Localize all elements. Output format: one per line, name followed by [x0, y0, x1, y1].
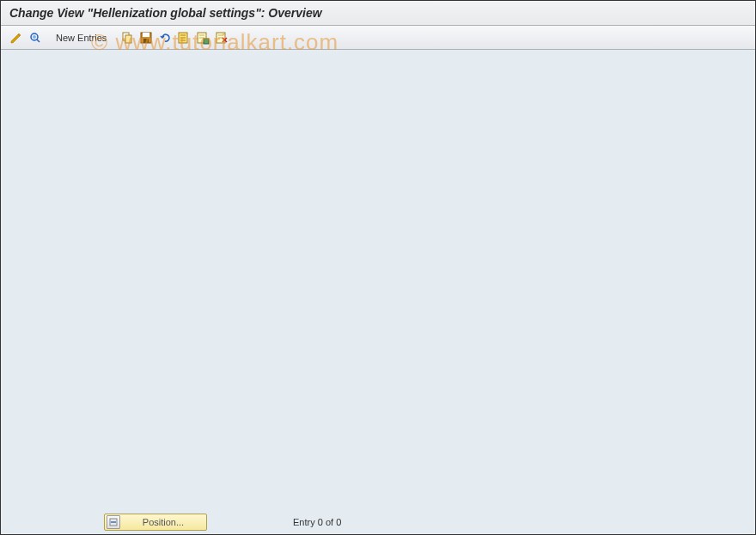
- svg-rect-7: [143, 39, 149, 43]
- save-icon[interactable]: [137, 29, 155, 46]
- details-icon[interactable]: [27, 29, 44, 46]
- entry-status: Entry 0 of 0: [293, 517, 341, 527]
- select-all-icon[interactable]: [175, 29, 192, 46]
- deselect-all-icon[interactable]: [194, 29, 211, 46]
- position-label: Position...: [143, 517, 184, 527]
- svg-rect-15: [204, 39, 209, 44]
- new-entries-button[interactable]: New Entries: [49, 31, 113, 45]
- undo-icon[interactable]: [156, 29, 174, 46]
- svg-rect-4: [125, 35, 131, 43]
- page-title: Change View "Hellenization global settin…: [1, 1, 755, 26]
- content-area: [1, 50, 755, 511]
- toolbar: New Entries: [1, 26, 755, 50]
- svg-point-2: [33, 35, 36, 39]
- footer-bar: Position... Entry 0 of 0: [1, 510, 755, 534]
- delete-icon[interactable]: [213, 29, 230, 46]
- copy-icon[interactable]: [119, 29, 136, 46]
- position-button[interactable]: Position...: [104, 514, 207, 531]
- svg-rect-6: [143, 33, 149, 37]
- svg-line-1: [37, 40, 40, 42]
- toggle-change-icon[interactable]: [8, 29, 25, 46]
- position-icon: [107, 515, 120, 529]
- svg-rect-22: [111, 521, 116, 523]
